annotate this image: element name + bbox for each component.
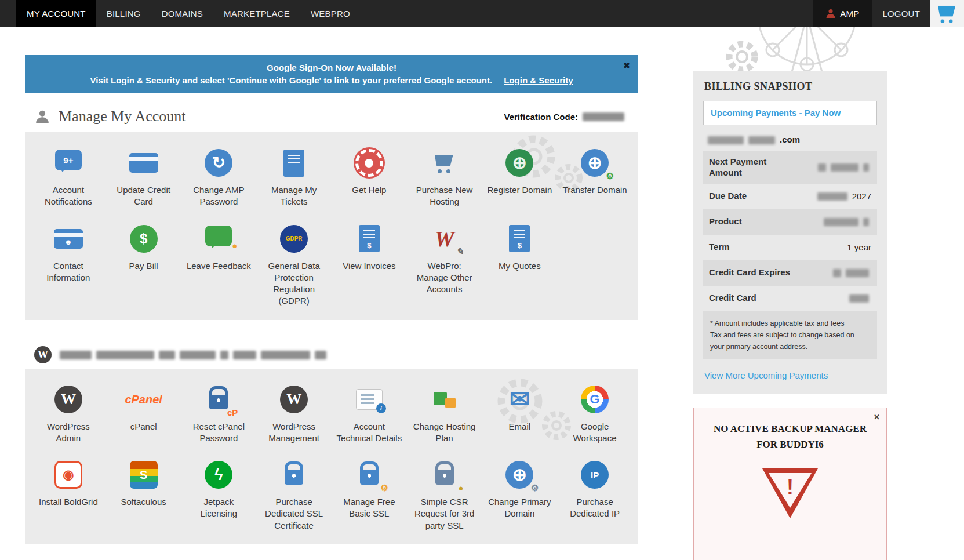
tile-view-invoices[interactable]: $View Invoices (332, 223, 407, 307)
tile-install-boldgrid[interactable]: ◉Install BoldGrid (31, 459, 106, 532)
cpanel-lock-icon-badge: cP (227, 408, 238, 417)
redacted-text (180, 351, 216, 359)
tile-change-primary-domain[interactable]: ⊕⚙Change Primary Domain (482, 459, 558, 532)
webpro-w-icon-badge: ✎ (456, 248, 464, 256)
view-more-payments-link[interactable]: View More Upcoming Payments (704, 370, 828, 380)
tile-label: Google Workspace (561, 421, 628, 445)
nav-item-webpro[interactable]: WEBPRO (300, 0, 361, 27)
tile-email[interactable]: ✉Email (482, 384, 558, 445)
redacted-text (748, 136, 775, 144)
redacted-text (261, 351, 310, 359)
redacted-text (96, 351, 154, 359)
support-tickets-icon (283, 150, 304, 177)
billing-domain: .com (703, 133, 877, 151)
tile-webpro-manage-other-accounts[interactable]: W✎WebPro: Manage Other Accounts (407, 223, 482, 307)
tile-label: Purchase Dedicated SSL Certificate (260, 496, 328, 532)
billing-footnote: * Amount includes applicable tax and fee… (703, 311, 877, 359)
close-icon[interactable]: ✕ (874, 413, 880, 421)
redacted-text (60, 351, 92, 359)
login-security-link[interactable]: Login & Security (504, 75, 573, 85)
tile-general-data-protection-regulation-gdpr[interactable]: GDPRGeneral Data Protection Regulation (… (256, 223, 332, 307)
tile-account-technical-details[interactable]: iAccount Technical Details (332, 384, 407, 445)
tile-reset-cpanel-password[interactable]: cPReset cPanel Password (181, 384, 257, 445)
billing-row-value (801, 286, 877, 311)
tile-change-hosting-plan[interactable]: Change Hosting Plan (407, 384, 482, 445)
amp-label: AMP (840, 9, 859, 19)
tile-change-amp-password[interactable]: ↻Change AMP Password (181, 147, 257, 208)
tile-leave-feedback[interactable]: ●Leave Feedback (181, 223, 257, 307)
billing-row-label: Next Payment Amount (703, 151, 801, 184)
globe-gear-icon-badge: ⚙ (531, 483, 539, 492)
tile-contact-information[interactable]: ☻Contact Information (31, 223, 106, 307)
gdpr-badge-icon: GDPR (280, 225, 308, 253)
shopping-cart-icon (431, 149, 459, 177)
tile-label: Manage My Tickets (260, 184, 328, 208)
tile-transfer-domain[interactable]: ⊕⚙Transfer Domain (557, 147, 632, 208)
banner-message: Visit Login & Security and select 'Conti… (90, 75, 493, 85)
tile-label: Change Hosting Plan (411, 421, 478, 445)
pay-now-link[interactable]: Upcoming Payments - Pay Now (711, 108, 841, 118)
tile-manage-my-tickets[interactable]: Manage My Tickets (256, 147, 332, 208)
main-content: Google Sign-On Now Available! Visit Logi… (25, 55, 638, 544)
nav-item-domains[interactable]: DOMAINS (151, 0, 213, 27)
backup-warning-title: NO ACTIVE BACKUP MANAGER FOR BUDDYI6 (707, 421, 874, 452)
tile-google-workspace[interactable]: GGoogle Workspace (557, 384, 632, 445)
tile-softaculous[interactable]: SSoftaculous (106, 459, 181, 532)
redacted-text (831, 163, 858, 172)
boldgrid-logo-icon: ◉ (54, 461, 82, 489)
redacted-text (233, 351, 256, 359)
tile-my-quotes[interactable]: $My Quotes (482, 223, 558, 307)
tile-cpanel[interactable]: cPanelcPanel (106, 384, 181, 445)
globe-icon: ⊕ (505, 149, 533, 177)
tile-label: Update Credit Card (110, 184, 177, 208)
tile-label: Transfer Domain (563, 184, 627, 196)
csr-key-lock-icon: ● (431, 461, 459, 489)
tile-label: General Data Protection Regulation (GDPR… (260, 260, 328, 307)
hosting-tiles-grid: WWordPress AdmincPanelcPanelcPReset cPan… (30, 372, 634, 532)
account-section-header: Manage My Account Verification Code: (25, 101, 638, 132)
account-tools-section: 9+Account NotificationsUpdate Credit Car… (25, 132, 638, 320)
banner-close-icon[interactable]: ✖ (623, 61, 630, 70)
technical-details-list-icon-badge: i (376, 403, 386, 413)
tile-purchase-dedicated-ip[interactable]: IPPurchase Dedicated IP (557, 459, 632, 532)
billing-rows: Next Payment AmountDue Date2027ProductTe… (703, 151, 877, 311)
tile-wordpress-admin[interactable]: WWordPress Admin (31, 384, 106, 445)
tile-simple-csr-request-for-3rd-party-ssl[interactable]: ●Simple CSR Request for 3rd party SSL (407, 459, 482, 532)
nav-item-marketplace[interactable]: MARKETPLACE (213, 0, 300, 27)
tile-jetpack-licensing[interactable]: ϟJetpack Licensing (181, 459, 257, 532)
nav-item-logout[interactable]: LOGOUT (872, 0, 930, 27)
tile-label: Account Technical Details (336, 421, 403, 445)
billing-row-due-date: Due Date2027 (703, 184, 877, 209)
tile-label: Purchase New Hosting (411, 184, 478, 208)
right-sidebar: BILLING SNAPSHOT Upcoming Payments - Pay… (693, 71, 887, 560)
billing-row-label: Credit Card (703, 286, 801, 311)
globe-transfer-icon-badge: ⚙ (606, 172, 614, 180)
tile-pay-bill[interactable]: $Pay Bill (106, 223, 181, 307)
tile-purchase-new-hosting[interactable]: Purchase New Hosting (407, 147, 482, 208)
tile-wordpress-management[interactable]: WWordPress Management (256, 384, 332, 445)
redacted-text (818, 163, 826, 172)
tile-get-help[interactable]: Get Help (332, 147, 407, 208)
nav-item-my-account[interactable]: MY ACCOUNT (16, 0, 96, 27)
tile-register-domain[interactable]: ⊕Register Domain (482, 147, 558, 208)
credit-card-icon (129, 153, 158, 173)
csr-key-lock-icon-badge: ● (459, 483, 464, 492)
account-tiles-grid: 9+Account NotificationsUpdate Credit Car… (30, 136, 634, 307)
warning-triangle-icon: ! (762, 468, 818, 518)
billing-row-value: 2027 (801, 184, 877, 209)
nav-item-amp[interactable]: AMP (813, 0, 872, 27)
tile-label: WordPress Management (260, 421, 328, 445)
cart-button[interactable] (930, 0, 964, 27)
nav-item-billing[interactable]: BILLING (96, 0, 151, 27)
verification-code-label: Verification Code: (504, 112, 578, 122)
tile-manage-free-basic-ssl[interactable]: ⚙Manage Free Basic SSL (332, 459, 407, 532)
tile-label: Change Primary Domain (486, 496, 554, 520)
tile-purchase-dedicated-ssl-certificate[interactable]: Purchase Dedicated SSL Certificate (256, 459, 332, 532)
ssl-settings-lock-icon: ⚙ (355, 461, 383, 489)
redacted-text (833, 269, 841, 277)
billing-snapshot-title: BILLING SNAPSHOT (704, 81, 877, 93)
tile-update-credit-card[interactable]: Update Credit Card (106, 147, 181, 208)
hosting-section-header: W (25, 341, 638, 369)
tile-account-notifications[interactable]: 9+Account Notifications (31, 147, 106, 208)
hosting-account-redacted (60, 350, 331, 360)
